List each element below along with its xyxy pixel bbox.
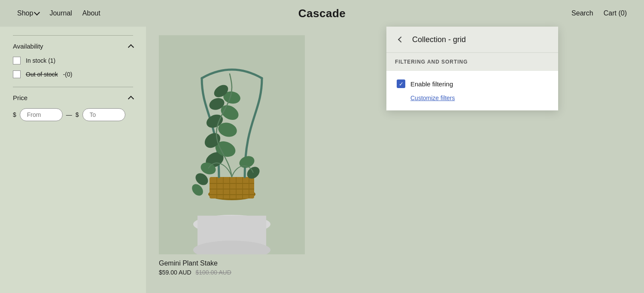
to-dollar-symbol: $ xyxy=(76,111,79,118)
nav-left: Shop Journal About xyxy=(17,9,100,17)
checkmark-icon: ✓ xyxy=(399,81,404,87)
availability-collapse-icon xyxy=(128,44,134,50)
in-stock-option[interactable]: In stock (1) xyxy=(13,57,133,64)
panel-section-header: FILTERING AND SORTING xyxy=(386,53,558,71)
in-stock-checkbox[interactable] xyxy=(13,57,21,64)
chevron-left-icon xyxy=(398,37,404,43)
product-name: Gemini Plant Stake xyxy=(159,259,305,267)
out-of-stock-checkbox[interactable] xyxy=(13,70,21,78)
in-stock-label: In stock (1) xyxy=(26,57,55,64)
panel-header: Collection - grid xyxy=(386,27,558,53)
product-price-current: $59.00 AUD xyxy=(159,269,191,276)
about-nav[interactable]: About xyxy=(82,9,100,17)
out-of-stock-label: Out of stock xyxy=(26,71,58,78)
price-range-dash: — xyxy=(66,111,72,118)
customize-filters-link[interactable]: Customize filters xyxy=(410,95,455,101)
shop-nav[interactable]: Shop xyxy=(17,9,39,17)
shop-label[interactable]: Shop xyxy=(17,9,33,17)
site-header: Shop Journal About Cascade Search Cart (… xyxy=(0,0,644,27)
main-content: Availability In stock (1) Out of stock -… xyxy=(0,27,644,293)
customize-filters-row: Customize filters xyxy=(397,94,548,102)
panel-content: ✓ Enable filtering Customize filters xyxy=(386,71,558,110)
enable-filtering-label: Enable filtering xyxy=(410,80,453,88)
panel-title: Collection - grid xyxy=(412,35,466,44)
shop-chevron-down-icon xyxy=(34,9,40,15)
nav-right: Search Cart (0) xyxy=(571,9,627,17)
availability-filter: Availability In stock (1) Out of stock -… xyxy=(13,35,133,78)
price-filter: Price $ — $ xyxy=(13,87,133,121)
from-dollar-symbol: $ xyxy=(13,111,16,118)
product-price-original: $100.00 AUD xyxy=(196,269,231,276)
site-title[interactable]: Cascade xyxy=(298,7,346,20)
price-to-input[interactable] xyxy=(82,108,125,121)
out-of-stock-count: -(0) xyxy=(63,71,73,78)
collection-panel: Collection - grid FILTERING AND SORTING … xyxy=(386,27,558,110)
availability-title: Availability xyxy=(13,43,43,50)
filter-sidebar: Availability In stock (1) Out of stock -… xyxy=(0,27,146,293)
journal-nav[interactable]: Journal xyxy=(49,9,72,17)
enable-filtering-row: ✓ Enable filtering xyxy=(397,79,548,88)
out-of-stock-option[interactable]: Out of stock -(0) xyxy=(13,70,133,78)
price-collapse-icon xyxy=(128,95,134,101)
price-header[interactable]: Price xyxy=(13,94,133,101)
product-pricing: $59.00 AUD $100.00 AUD xyxy=(159,269,305,276)
product-image xyxy=(159,35,305,254)
enable-filtering-checkbox[interactable]: ✓ xyxy=(397,79,405,88)
svg-rect-5 xyxy=(210,177,254,198)
availability-header[interactable]: Availability xyxy=(13,43,133,50)
product-image-container xyxy=(159,35,305,254)
cart-nav[interactable]: Cart (0) xyxy=(604,9,627,17)
price-from-input[interactable] xyxy=(20,108,63,121)
price-range-inputs: $ — $ xyxy=(13,108,133,121)
price-title: Price xyxy=(13,94,27,101)
panel-back-button[interactable] xyxy=(395,34,407,46)
search-nav[interactable]: Search xyxy=(571,9,593,17)
site-title-container: Cascade xyxy=(298,7,346,20)
product-card[interactable]: Gemini Plant Stake $59.00 AUD $100.00 AU… xyxy=(159,35,305,276)
